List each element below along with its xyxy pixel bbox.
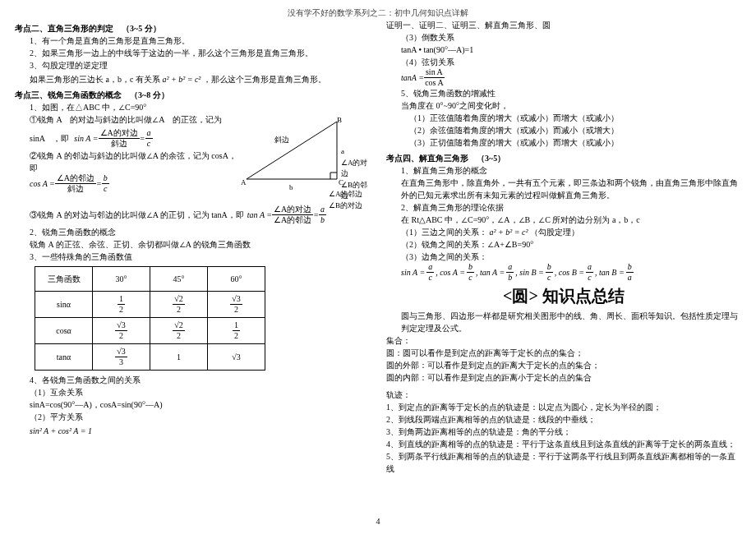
document-header: 没有学不好的数学系列之二：初中几何知识点详解	[15, 7, 741, 19]
tri-B: B	[337, 115, 342, 127]
tanA-d: b	[506, 273, 514, 282]
s4-p1: 1、解直角三角形的概念	[386, 164, 741, 177]
tanB-lbl: , tan B =	[595, 266, 625, 279]
tri-opp-a: a	[341, 147, 344, 155]
r-p3: （4）弦切关系	[386, 56, 741, 68]
r-p1: （3）倒数关系	[386, 31, 741, 44]
circle-heading: <圆> 知识点总结	[386, 283, 741, 308]
eq1-lhs: sin A =	[74, 132, 98, 145]
section-4-title: 考点四、解直角三角形 （3~5）	[386, 152, 741, 164]
eq2-den: 斜边	[55, 184, 96, 193]
th-30: 30°	[93, 267, 150, 292]
tanB-d: a	[626, 273, 634, 282]
eq2-frac1: ∠A的邻边 斜边	[55, 174, 96, 193]
circle-set3: 圆的内部：可以看作是到定点的距离小于定长的点的集合	[386, 371, 741, 384]
eq1-rden: c	[145, 139, 153, 148]
td-cos60: 12	[208, 318, 265, 344]
circle-track-head: 轨迹：	[386, 389, 741, 401]
sec2-math: a² + b² = c²	[162, 75, 201, 84]
td-sin30: 12	[93, 292, 150, 318]
cosB-lbl: , cos B =	[555, 266, 584, 279]
tri-hyp: 斜边	[274, 135, 289, 146]
circle-t5: 5、到两条平行线距离相等的点的轨迹是：平行于这两条平行线且到两条直线距离都相等的…	[386, 450, 741, 475]
sec3-p9: （1）互余关系	[15, 386, 370, 398]
tri-A: A	[241, 177, 247, 189]
td-tan: tanα	[35, 344, 93, 371]
circle-set1: 圆：圆可以看作是到定点的距离等于定长的点的集合；	[386, 347, 741, 359]
sec3-p1: 1、如图，在△ABC 中，∠C=90°	[15, 101, 370, 113]
r-p2: tanA • tan(90°—A)=1	[386, 44, 741, 56]
content-columns: 考点二、直角三角形的判定 （3~5 分） 1、有一个角是直角的三角形是直角三角形…	[15, 19, 741, 512]
sec2-line2: 2、如果三角形一边上的中线等于这边的一半，那么这个三角形是直角三角形。	[15, 47, 370, 59]
th-func: 三角函数	[35, 267, 93, 292]
section-3-title: 考点三、锐角三角函数的概念 （3~8 分）	[15, 89, 370, 101]
r-p6: 当角度在 0°~90°之间变化时，	[386, 99, 741, 112]
eq2-rden: c	[102, 184, 109, 193]
circle-t1: 1、到定点的距离等于定长的点的轨迹是：以定点为圆心，定长为半径的圆；	[386, 401, 741, 413]
sec3-p7: 3、一些特殊角的三角函数值	[15, 251, 370, 263]
s4-p4: 在 Rt△ABC 中，∠C=90°，∠A，∠B，∠C 所对的边分别为 a，b，c	[386, 214, 741, 226]
s4-eq-row: sin A = ac , cos A = bc , tan A = ab , s…	[386, 263, 741, 282]
td-sin45: √22	[150, 292, 208, 318]
table-row: tanα √33 1 √3	[35, 344, 265, 371]
r-p4-lhs: tanA =	[401, 71, 424, 84]
sec2-line4: 如果三角形的三边长 a，b，c 有关系 a² + b² = c² ，那么这个三角…	[15, 73, 370, 85]
eq2-frac2: b c	[102, 174, 109, 193]
eq1-den: 斜边	[99, 139, 140, 148]
cosB-d: c	[586, 273, 593, 282]
sinB-d: c	[546, 273, 553, 282]
eq1-frac2: a c	[145, 129, 153, 148]
td-tan30: √33	[93, 344, 150, 371]
cosA-n: b	[467, 263, 474, 273]
sinA-lbl: sin A =	[401, 266, 425, 279]
circle-t4: 4、到直线的距离相等的点的轨迹是：平行于这条直线且到这条直线的距离等于定长的两条…	[386, 438, 741, 450]
eq3-den: ∠A的邻边	[272, 215, 313, 224]
circle-intro: 圆与三角形、四边形一样都是研究相关图形中的线、角、周长、面积等知识。包括性质定理…	[386, 310, 741, 334]
sinA-n: a	[426, 263, 434, 273]
eq2-num: ∠A的邻边	[55, 174, 96, 184]
sec3-p12: sin² A + cos² A = 1	[15, 425, 370, 437]
eq2-rnum: b	[102, 174, 109, 184]
eq2: cos A = ∠A的邻边 斜边 = b c	[15, 174, 238, 193]
cosA-d: c	[467, 273, 474, 282]
th-45: 45°	[150, 267, 208, 292]
s4-p5-post: （勾股定理）	[530, 228, 579, 237]
section-2-title: 考点二、直角三角形的判定 （3~5 分）	[15, 22, 370, 35]
sec3-p11: （2）平方关系	[15, 411, 370, 423]
r-p9: （3）正切值随着角度的增大（或减小）而增大（或减小）	[386, 136, 741, 149]
eq3-eq: =	[313, 209, 319, 221]
td-sin: sinα	[35, 292, 93, 318]
sec3-sinA-line: sinA ，即 sin A = ∠A的对边 斜边 = a c	[15, 129, 238, 148]
td-sin60: √32	[208, 292, 265, 318]
td-tan45: 1	[150, 344, 208, 371]
sinA-label: sinA ，即	[30, 132, 69, 145]
eq3-frac1: ∠A的对边 ∠A的邻边	[272, 205, 313, 224]
sec3-p2: ①锐角 A 的对边与斜边的比叫做∠A 的正弦，记为	[15, 113, 238, 126]
sec3-row-sin: ①锐角 A 的对边与斜边的比叫做∠A 的正弦，记为 sinA ，即 sin A …	[15, 113, 370, 204]
r-p8: （2）余弦值随着角度的增大（或减小）而减小（或增大）	[386, 124, 741, 136]
sinA-d: c	[426, 273, 434, 282]
eq3-frac2: a b	[319, 205, 326, 224]
sec3-p10: sinA=cos(90°—A)，cosA=sin(90°—A)	[15, 398, 370, 411]
sec2-line3: 3、勾股定理的逆定理	[15, 59, 370, 71]
eq1-frac1: ∠A的对边 斜边	[99, 129, 140, 148]
s4-p5-pre: （1）三边之间的关系：	[401, 228, 487, 237]
td-cos30: √32	[93, 318, 150, 344]
tanB-n: b	[626, 263, 634, 273]
sec3-p4: ③锐角 A 的对边与邻边的比叫做∠A 的正切，记为 tanA，即	[30, 209, 244, 221]
tri-adj: ∠A的邻边 ∠B的对边	[329, 189, 363, 211]
r-p4: tanA = sin A cos A	[386, 68, 741, 87]
r-p4-den: cos A	[424, 78, 445, 87]
tanA-n: a	[506, 263, 514, 273]
sec3-p8: 4、各锐角三角函数之间的关系	[15, 374, 370, 386]
eq1-eq: =	[140, 132, 145, 145]
sec2-line1: 1、有一个角是直角的三角形是直角三角形。	[15, 35, 370, 47]
r-p5: 5、锐角三角函数的增减性	[386, 87, 741, 99]
s4-p2: 在直角三角形中，除直角外，一共有五个元素，即三条边和两个锐角，由直角三角形中除直…	[386, 177, 741, 201]
sec3-p5: 2、锐角三角函数的概念	[15, 226, 370, 238]
td-cos: cosα	[35, 318, 93, 344]
sec2-line4-post: ，那么这个三角形是直角三角形。	[203, 75, 326, 84]
left-column: 考点二、直角三角形的判定 （3~5 分） 1、有一个角是直角的三角形是直角三角形…	[15, 19, 378, 512]
eq3-lhs: tan A =	[247, 209, 272, 221]
page-number: 4	[15, 515, 741, 527]
